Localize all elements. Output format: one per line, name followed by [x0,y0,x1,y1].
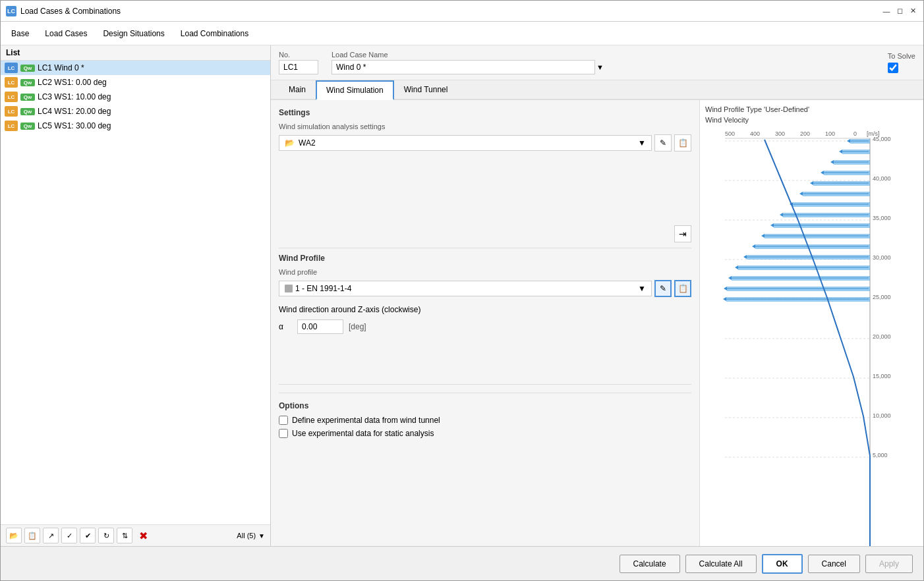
svg-text:100: 100 [825,130,835,137]
calculate-all-button[interactable]: Calculate All [685,555,757,573]
analysis-dropdown-arrow-icon: ▼ [638,138,646,148]
svg-marker-74 [724,287,727,290]
svg-marker-71 [728,276,732,280]
close-button[interactable]: ✕ [908,6,918,16]
list-item-label: LC5 WS1: 30.00 deg [38,121,266,130]
menu-design-situations[interactable]: Design Situations [95,25,172,42]
to-solve-checkbox[interactable] [888,63,898,73]
checkbox-static-analysis[interactable] [279,429,288,438]
svg-marker-38 [830,160,834,164]
no-input[interactable] [279,60,318,74]
list-item[interactable]: LC Qw LC2 WS1: 0.00 deg [1,75,270,90]
expand-icon[interactable]: ⇥ [674,225,691,242]
svg-marker-32 [847,139,850,143]
analysis-edit-button[interactable]: ✎ [654,134,672,152]
wind-sim-label: Wind simulation analysis settings [279,123,691,130]
settings-title: Settings [279,108,691,117]
chart-panel: Wind Profile Type 'User-Defined' Wind Ve… [699,100,923,546]
svg-text:300: 300 [775,130,785,137]
list-item-label: LC4 WS1: 20.00 deg [38,107,266,116]
separator2 [279,384,691,385]
alpha-row: α [deg] [279,319,691,334]
svg-text:5,000: 5,000 [873,452,888,458]
tab-wind-simulation[interactable]: Wind Simulation [316,80,394,100]
analysis-dropdown-row: 📂 WA2 ▼ ✎ 📋 [279,134,691,152]
list-item-label: LC1 Wind 0 * [38,63,266,72]
svg-text:15,000: 15,000 [873,373,891,379]
alpha-input[interactable] [297,319,343,334]
name-dropdown-icon[interactable]: ▼ [596,63,604,71]
ok-button[interactable]: OK [762,554,803,574]
tab-main[interactable]: Main [279,80,316,99]
sort-button[interactable]: ⇅ [117,528,132,543]
menu-load-cases[interactable]: Load Cases [37,25,95,42]
list-footer: 📂 📋 ↗ ✓ ✔ ↻ ⇅ ✖ All (5) ▼ [1,524,270,546]
check-button[interactable]: ✓ [61,528,77,543]
window-title: Load Cases & Combinations [20,7,121,16]
list-header: List [1,45,270,61]
bottom-bar: Calculate Calculate All OK Cancel Apply [1,546,923,580]
svg-marker-56 [770,223,774,227]
check2-button[interactable]: ✔ [80,528,96,543]
lc-badge-orange: LC [5,77,18,88]
svg-marker-65 [743,255,747,259]
z-axis-row: Wind direction around Z-axis (clockwise) [279,305,691,314]
tabs-bar: Main Wind Simulation Wind Tunnel [271,80,923,100]
minimize-button[interactable]: — [881,6,892,16]
list-item-label: LC3 WS1: 10.00 deg [38,92,266,101]
chart-title-line1: Wind Profile Type 'User-Defined' [705,105,918,113]
panel-content: Settings Wind simulation analysis settin… [271,100,923,546]
chart-title-line2: Wind Velocity [705,116,918,124]
alpha-label: α [279,322,292,331]
checkbox-wind-tunnel[interactable] [279,416,288,425]
delete-button[interactable]: ✖ [135,528,151,543]
restore-button[interactable]: ◻ [894,6,905,16]
list-items: LC Qw LC1 Wind 0 * LC Qw LC2 WS1: 0.00 d… [1,61,270,524]
main-window: LC Load Cases & Combinations — ◻ ✕ Base … [0,0,924,581]
tab-wind-tunnel[interactable]: Wind Tunnel [394,80,458,99]
name-field: Load Case Name ▼ [332,51,604,74]
wind-chart: 500 400 300 200 100 0 [m/s] [705,126,910,546]
profile-add-button[interactable]: 📋 [674,280,691,297]
refresh-button[interactable]: ↻ [98,528,114,543]
list-item[interactable]: LC Qw LC5 WS1: 30.00 deg [1,119,270,133]
svg-marker-62 [752,244,755,248]
qw-badge: Qw [20,94,35,101]
top-form: No. Load Case Name ▼ To Solve [271,45,923,80]
name-input[interactable] [332,60,595,74]
profile-edit-button[interactable]: ✎ [654,280,672,297]
add-button[interactable]: 📂 [6,528,22,543]
analysis-add-button[interactable]: 📋 [674,134,691,152]
copy-button[interactable]: 📋 [24,528,40,543]
lc-badge-orange: LC [5,106,18,117]
all-count: All (5) ▼ [237,532,265,540]
analysis-dropdown[interactable]: 📂 WA2 ▼ [279,135,652,151]
cancel-button[interactable]: Cancel [808,555,860,573]
menu-load-combinations[interactable]: Load Combinations [173,25,256,42]
checkbox-wind-tunnel-label: Define experimental data from wind tunne… [292,416,440,425]
lc-badge-orange: LC [5,92,18,102]
list-item[interactable]: LC Qw LC4 WS1: 20.00 deg [1,104,270,119]
menu-base[interactable]: Base [3,25,37,42]
options-title: Options [279,401,691,410]
wind-profile-dropdown[interactable]: 1 - EN 1991-1-4 ▼ [279,281,652,296]
calculate-button[interactable]: Calculate [620,555,680,573]
dropdown-arrow-icon[interactable]: ▼ [258,532,265,540]
checkbox-row-1: Define experimental data from wind tunne… [279,416,691,425]
main-content: List LC Qw LC1 Wind 0 * LC Qw LC2 WS1: 0… [1,45,923,546]
title-bar: LC Load Cases & Combinations — ◻ ✕ [1,1,923,22]
svg-marker-59 [761,234,765,238]
svg-text:10,000: 10,000 [873,412,891,419]
wind-profile-value: 1 - EN 1991-1-4 [295,284,635,293]
list-item[interactable]: LC Qw LC1 Wind 0 * [1,61,270,75]
svg-text:25,000: 25,000 [873,294,891,300]
svg-text:400: 400 [750,130,760,137]
svg-marker-44 [810,181,813,185]
left-panel: List LC Qw LC1 Wind 0 * LC Qw LC2 WS1: 0… [1,45,271,546]
list-item[interactable]: LC Qw LC3 WS1: 10.00 deg [1,90,270,104]
apply-button[interactable]: Apply [865,555,913,573]
settings-area: Settings Wind simulation analysis settin… [271,100,699,546]
import-button[interactable]: ↗ [43,528,59,543]
wind-profile-title: Wind Profile [279,254,691,263]
profile-color-dot [285,285,293,292]
